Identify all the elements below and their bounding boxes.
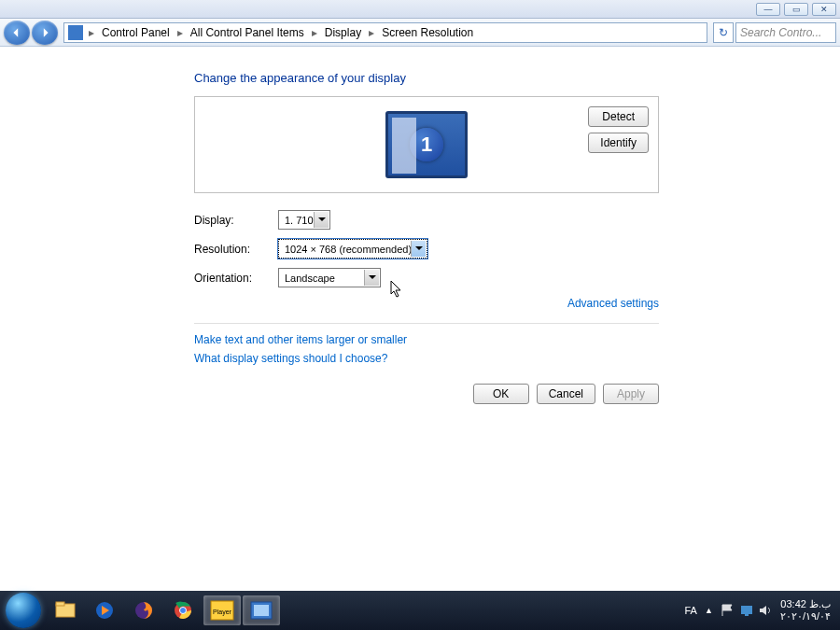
monitor-number-badge: 1 <box>410 128 443 161</box>
help-link[interactable]: What display settings should I choose? <box>194 352 840 365</box>
back-button[interactable] <box>4 21 30 45</box>
chevron-down-icon <box>411 241 426 257</box>
control-panel-icon <box>68 25 83 40</box>
crumb-all-items[interactable]: All Control Panel Items <box>185 24 310 41</box>
crumb-screen-resolution[interactable]: Screen Resolution <box>376 24 479 41</box>
chevron-down-icon <box>314 212 329 228</box>
page-title: Change the appearance of your display <box>194 71 840 85</box>
orientation-select[interactable]: Landscape <box>278 268 381 287</box>
svg-rect-11 <box>745 614 749 616</box>
svg-rect-1 <box>56 602 64 606</box>
divider <box>194 323 659 324</box>
taskbar-explorer-icon[interactable] <box>47 595 84 625</box>
refresh-button[interactable]: ↻ <box>713 22 734 43</box>
svg-rect-10 <box>741 606 752 614</box>
taskbar-items: Player <box>47 595 280 625</box>
window-titlebar: — ▭ ✕ <box>0 0 840 19</box>
chevron-right-icon: ▸ <box>87 26 96 39</box>
identify-button[interactable]: Identify <box>588 133 649 153</box>
cancel-button[interactable]: Cancel <box>537 384 595 404</box>
taskbar-controlpanel-icon[interactable] <box>243 595 280 625</box>
network-icon[interactable] <box>739 603 754 618</box>
display-preview: 1 Detect Identify <box>194 96 659 193</box>
chevron-right-icon: ▸ <box>310 26 319 39</box>
taskbar-chrome-icon[interactable] <box>164 595 202 625</box>
settings-form: Display: 1. 710B Resolution: 1024 × 768 … <box>194 210 840 287</box>
search-input[interactable]: Search Contro... <box>735 22 836 43</box>
taskbar: Player FA ▲ 03:42 ب.ظ ٢٠٢٠/١٩/٠۴ <box>0 591 840 630</box>
clock[interactable]: 03:42 ب.ظ ٢٠٢٠/١٩/٠۴ <box>780 598 834 623</box>
resolution-label: Resolution: <box>194 243 278 256</box>
system-tray: FA ▲ 03:42 ب.ظ ٢٠٢٠/١٩/٠۴ <box>685 598 835 623</box>
flag-icon[interactable] <box>721 603 735 618</box>
tray-chevron-up-icon[interactable]: ▲ <box>705 606 713 615</box>
forward-button[interactable] <box>32 21 58 45</box>
detect-button[interactable]: Detect <box>588 106 649 127</box>
clock-time: 03:42 ب.ظ <box>780 598 831 610</box>
nav-bar: ▸ Control Panel ▸ All Control Panel Item… <box>0 19 840 47</box>
maximize-button[interactable]: ▭ <box>784 3 808 16</box>
start-button[interactable] <box>6 593 41 628</box>
dialog-buttons: OK Cancel Apply <box>194 384 659 404</box>
taskbar-player-icon[interactable]: Player <box>203 595 241 625</box>
svg-text:Player: Player <box>213 609 232 616</box>
close-button[interactable]: ✕ <box>812 3 836 16</box>
svg-rect-9 <box>254 605 269 616</box>
ok-button[interactable]: OK <box>473 384 529 404</box>
content-pane: Change the appearance of your display 1 … <box>0 47 840 591</box>
resolution-select[interactable]: 1024 × 768 (recommended) <box>278 239 427 259</box>
display-label: Display: <box>194 214 278 227</box>
crumb-display[interactable]: Display <box>319 24 367 41</box>
minimize-button[interactable]: — <box>756 3 780 16</box>
apply-button: Apply <box>603 384 659 404</box>
orientation-label: Orientation: <box>194 272 278 285</box>
crumb-control-panel[interactable]: Control Panel <box>96 24 175 41</box>
taskbar-mediaplayer-icon[interactable] <box>86 595 123 625</box>
language-indicator[interactable]: FA <box>685 605 697 616</box>
chevron-down-icon <box>364 270 379 286</box>
resolution-value: 1024 × 768 (recommended) <box>285 244 412 255</box>
chevron-right-icon: ▸ <box>175 26 185 39</box>
text-size-link[interactable]: Make text and other items larger or smal… <box>194 333 840 346</box>
monitor-thumbnail[interactable]: 1 <box>385 111 468 178</box>
volume-icon[interactable] <box>758 603 773 618</box>
orientation-value: Landscape <box>285 273 335 284</box>
clock-date: ٢٠٢٠/١٩/٠۴ <box>780 610 831 623</box>
taskbar-firefox-icon[interactable] <box>125 595 162 625</box>
address-bar[interactable]: ▸ Control Panel ▸ All Control Panel Item… <box>63 22 707 43</box>
advanced-settings-link[interactable]: Advanced settings <box>194 297 659 310</box>
svg-point-5 <box>180 608 187 614</box>
chevron-right-icon: ▸ <box>367 26 376 39</box>
display-select[interactable]: 1. 710B <box>278 210 330 230</box>
